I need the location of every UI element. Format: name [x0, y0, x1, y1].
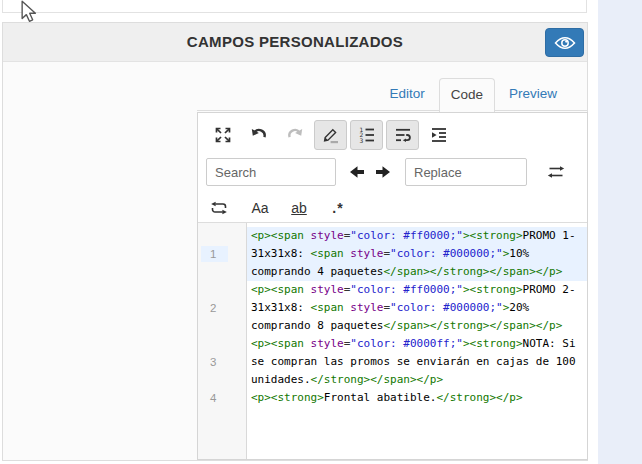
previous-match-button[interactable] [345, 160, 369, 184]
replace-input[interactable] [405, 158, 527, 186]
replace-swap-button[interactable] [543, 160, 569, 184]
line-number[interactable]: 4 [198, 389, 247, 407]
ordered-list-button[interactable]: 123 [350, 120, 383, 150]
match-case-toggle[interactable]: Aa [249, 200, 271, 216]
panel-header: CAMPOS PERSONALIZADOS [3, 23, 587, 62]
regex-toggle[interactable]: .* [327, 200, 349, 216]
svg-text:3: 3 [359, 137, 363, 144]
whole-word-toggle[interactable]: ab [288, 200, 310, 216]
wrap-text-button[interactable] [386, 120, 419, 150]
editor-tabs: Editor Code Preview [197, 78, 587, 111]
code-line[interactable]: 3<p><span style="color: #0000ff;"><stron… [198, 335, 587, 389]
code-line[interactable]: 1<p><span style="color: #ff0000;"><stron… [198, 227, 587, 281]
mouse-cursor [21, 0, 37, 24]
code-line[interactable]: 4<p><strong>Frontal abatible.</strong></… [198, 389, 587, 407]
fullscreen-icon [214, 126, 232, 144]
eye-icon [554, 35, 576, 51]
arrow-right-icon [374, 163, 392, 181]
code-line[interactable]: 2<p><span style="color: #ff0000;"><stron… [198, 281, 587, 335]
line-number[interactable]: 1 [198, 227, 247, 281]
fullscreen-button[interactable] [206, 120, 239, 150]
code-line-text[interactable]: <p><strong>Frontal abatible.</strong></p… [247, 389, 587, 407]
code-area[interactable]: 1<p><span style="color: #ff0000;"><stron… [198, 223, 587, 459]
code-editor: 123 [197, 112, 588, 460]
preview-toggle-button[interactable] [545, 28, 584, 57]
toolbar-row-icons: 123 [206, 118, 579, 152]
search-input[interactable] [206, 158, 336, 186]
arrow-left-icon [348, 163, 366, 181]
indent-icon [430, 126, 448, 144]
repeat-icon [209, 199, 229, 217]
code-line-text[interactable]: <p><span style="color: #ff0000;"><strong… [247, 227, 587, 281]
panel-title: CAMPOS PERSONALIZADOS [3, 23, 587, 61]
tab-preview[interactable]: Preview [495, 78, 571, 111]
page-background-strip [598, 0, 642, 464]
toolbar-row-search [206, 157, 579, 187]
edit-pencil-button[interactable] [314, 120, 347, 150]
wrap-text-icon [394, 126, 412, 144]
previous-panel-bottom [2, 0, 587, 13]
next-match-button[interactable] [371, 160, 395, 184]
undo-icon [250, 126, 268, 144]
custom-fields-panel: CAMPOS PERSONALIZADOS Editor Code Previe… [2, 22, 588, 461]
code-lines: 1<p><span style="color: #ff0000;"><stron… [198, 227, 587, 407]
tab-editor[interactable]: Editor [375, 78, 438, 111]
line-number[interactable]: 2 [198, 281, 247, 335]
ordered-list-icon: 123 [358, 126, 376, 144]
code-line-text[interactable]: <p><span style="color: #ff0000;"><strong… [247, 281, 587, 335]
tab-code[interactable]: Code [439, 78, 495, 112]
toolbar-row-options: Aa ab .* [206, 195, 579, 221]
redo-icon [286, 126, 304, 144]
pencil-icon [322, 126, 340, 144]
redo-button[interactable] [278, 120, 311, 150]
swap-arrows-icon [546, 163, 566, 181]
code-line-text[interactable]: <p><span style="color: #0000ff;"><strong… [247, 335, 587, 389]
editor-toolbar: 123 [198, 113, 587, 223]
undo-button[interactable] [242, 120, 275, 150]
line-number[interactable]: 3 [198, 335, 247, 389]
replace-all-button[interactable] [206, 196, 232, 220]
indent-button[interactable] [422, 120, 455, 150]
